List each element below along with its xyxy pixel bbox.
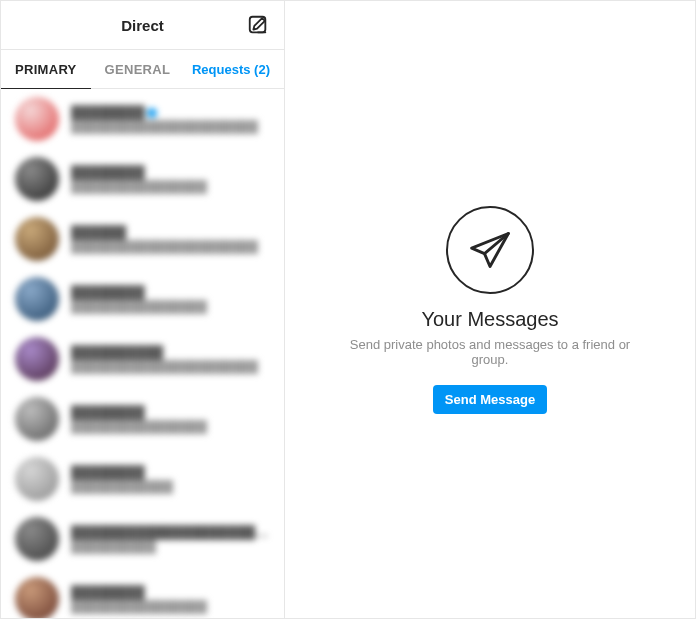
avatar [15, 157, 59, 201]
thread-name: ████████ [71, 165, 270, 180]
thread-row[interactable]: ████████████████████████ [1, 269, 284, 329]
thread-text: ████████████████████████████ [71, 225, 270, 254]
avatar [15, 277, 59, 321]
tab-general[interactable]: GENERAL [91, 50, 185, 88]
thread-text: ████████████████████████ [71, 165, 270, 194]
empty-state: Your Messages Send private photos and me… [330, 206, 650, 414]
avatar [15, 217, 59, 261]
send-message-button[interactable]: Send Message [433, 385, 547, 414]
thread-text: ████████████████████████ [71, 585, 270, 614]
thread-text: ████████████████████ [71, 465, 270, 494]
avatar [15, 397, 59, 441]
thread-text: ██████████████████████████████████ [71, 525, 270, 554]
thread-name: ██████████ [71, 345, 270, 360]
thread-preview: ██████████████████████ [71, 120, 270, 134]
thread-preview: ██████████████████████ [71, 240, 270, 254]
thread-text: ████████████████████████ [71, 285, 270, 314]
thread-row[interactable]: ██████████████████████████████████ [1, 509, 284, 569]
thread-preview: ████████████████ [71, 420, 270, 434]
thread-preview: ████████████████ [71, 600, 270, 614]
avatar [15, 457, 59, 501]
empty-state-subtitle: Send private photos and messages to a fr… [330, 337, 650, 367]
empty-state-icon-circle [446, 206, 534, 294]
thread-text: ██████████████████████████████ [71, 105, 270, 134]
avatar [15, 517, 59, 561]
thread-preview: ██████████ [71, 540, 270, 554]
inbox-pane: Direct PRIMARY GENERAL Requests (2) ████… [1, 1, 285, 618]
inbox-title: Direct [121, 17, 164, 34]
thread-row[interactable]: ██████████████████████████████ [1, 89, 284, 149]
compose-button[interactable] [246, 13, 270, 37]
avatar [15, 577, 59, 618]
thread-name: ████████ [71, 285, 270, 300]
verified-badge-icon [147, 108, 157, 118]
thread-row[interactable]: ████████████████████████ [1, 149, 284, 209]
thread-preview: ████████████████ [71, 300, 270, 314]
thread-text: ████████████████████████ [71, 405, 270, 434]
compose-icon [247, 14, 269, 36]
thread-preview: ████████████████ [71, 180, 270, 194]
thread-name: ██████ [71, 225, 270, 240]
thread-row[interactable]: ████████████████████ [1, 449, 284, 509]
thread-name: ████████ [71, 105, 270, 120]
thread-preview: ████████████ [71, 480, 270, 494]
thread-preview: ██████████████████████ [71, 360, 270, 374]
avatar [15, 97, 59, 141]
app-root: Direct PRIMARY GENERAL Requests (2) ████… [0, 0, 696, 619]
inbox-header: Direct [1, 1, 284, 50]
thread-name: ████████████████████████ [71, 525, 270, 540]
tab-requests[interactable]: Requests (2) [192, 62, 284, 77]
thread-name: ████████ [71, 405, 270, 420]
empty-state-title: Your Messages [330, 308, 650, 331]
avatar [15, 337, 59, 381]
thread-row[interactable]: ████████████████████████ [1, 569, 284, 618]
thread-row[interactable]: ████████████████████████ [1, 389, 284, 449]
thread-row[interactable]: ████████████████████████████ [1, 209, 284, 269]
thread-text: ████████████████████████████████ [71, 345, 270, 374]
thread-name: ████████ [71, 465, 270, 480]
thread-list[interactable]: ████████████████████████████████████████… [1, 89, 284, 618]
tab-primary[interactable]: PRIMARY [1, 51, 91, 89]
thread-row[interactable]: ████████████████████████████████ [1, 329, 284, 389]
paper-plane-icon [468, 228, 512, 272]
inbox-tabs: PRIMARY GENERAL Requests (2) [1, 50, 284, 89]
thread-name: ████████ [71, 585, 270, 600]
main-pane: Your Messages Send private photos and me… [285, 1, 695, 618]
